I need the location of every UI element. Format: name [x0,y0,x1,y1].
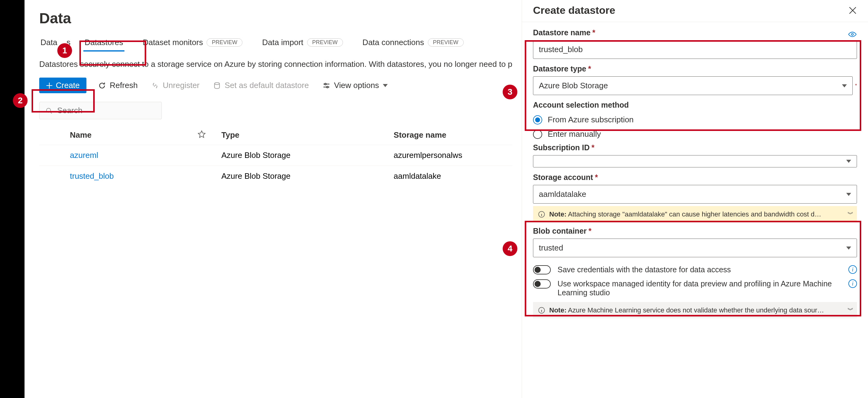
search-box[interactable] [39,102,162,119]
datastore-name-input[interactable] [533,40,857,59]
refresh-button[interactable]: Refresh [96,78,140,93]
main-content: Data Data s Datastores Dataset monitors … [25,0,527,398]
annotation-marker-2: 2 [13,93,28,108]
annotation-marker-4: 4 [503,241,517,256]
storage-value: aamldatalake [539,189,846,199]
tab-data-import[interactable]: Data import PREVIEW [261,35,344,51]
toggle-icon [533,279,551,288]
field-storage-account: Storage account* aamldatalake [533,173,857,204]
row-type: Azure Blob Storage [221,151,394,160]
unregister-button[interactable]: Unregister [149,78,202,93]
name-label: Datastore name [533,28,591,37]
radio-icon [533,115,542,124]
search-icon [46,107,52,114]
required-mark: * [592,28,595,37]
star-icon [198,130,206,138]
table-header: Name Type Storage name [39,125,513,145]
sliders-icon [322,82,331,90]
required-mark: * [592,143,595,152]
svg-point-4 [851,33,853,35]
radio-manual-label: Enter manually [548,129,601,139]
eye-icon[interactable] [848,31,857,38]
tab-datastores[interactable]: Datastores [83,35,124,51]
blob-container-select[interactable]: trusted [533,239,857,257]
subscription-select[interactable] [533,155,857,167]
create-label: Create [56,81,80,90]
info-icon[interactable]: i [848,265,857,274]
toggle-save-credentials[interactable]: Save credentials with the datastore for … [533,263,857,277]
datastore-type-select[interactable]: Azure Blob Storage [533,76,853,95]
panel-body: Datastore name* Datastore type* Azure Bl… [522,22,868,323]
col-name[interactable]: Name [70,130,198,140]
view-options-button[interactable]: View options [320,78,390,93]
panel-title: Create datastore [533,4,615,16]
chevron-down-icon [846,160,851,163]
toolbar: Create Refresh Unregister Set as default… [39,78,513,93]
close-icon[interactable] [848,6,857,15]
refresh-label: Refresh [110,81,137,90]
plus-icon [46,82,53,89]
expand-icon[interactable]: ︾ [847,210,852,218]
unlink-icon [151,82,159,90]
radio-enter-manually[interactable]: Enter manually [533,127,857,141]
field-subscription: Subscription ID* [533,143,857,167]
search-input[interactable] [57,106,155,115]
table-row[interactable]: trusted_blob Azure Blob Storage aamldata… [39,165,513,186]
row-type: Azure Blob Storage [221,172,394,181]
row-storage: aamldatalake [394,172,513,181]
tab-connections-label: Data connections [363,38,424,47]
create-datastore-panel: Create datastore Datastore name* Datasto… [522,0,868,398]
tab-monitors-label: Dataset monitors [143,38,203,47]
preview-badge: PREVIEW [207,38,242,47]
toggle-managed-identity[interactable]: Use workspace managed identity for data … [533,277,857,300]
annotation-marker-3: 3 [503,85,517,99]
unregister-label: Unregister [163,81,199,90]
info-icon [538,307,545,314]
page-description: Datastores securely connect to a storage… [39,60,513,69]
chevron-down-icon [846,247,851,250]
toggle-save-creds-label: Save credentials with the datastore for … [558,265,842,274]
col-fav[interactable] [198,130,222,140]
storage-label: Storage account [533,173,593,182]
radio-from-sub-label: From Azure subscription [548,115,633,124]
expand-icon[interactable]: ︾ [847,306,852,314]
tabs: Data s Datastores Dataset monitors PREVI… [39,35,513,51]
create-button[interactable]: Create [39,78,87,93]
svg-point-1 [324,83,326,85]
sub-label: Subscription ID [533,143,590,152]
page-title: Data [39,10,513,27]
note-prefix: Note: [549,306,566,314]
tab-dataset-monitors[interactable]: Dataset monitors PREVIEW [142,35,244,51]
info-icon [538,211,545,218]
set-default-label: Set as default datastore [225,81,309,90]
tab-import-label: Data import [262,38,303,47]
col-type-label: Type [221,130,239,140]
note-validation: Note: Azure Machine Learning service doe… [533,302,857,318]
field-datastore-name: Datastore name* [533,28,857,59]
info-icon[interactable]: i [848,279,857,288]
set-default-button[interactable]: Set as default datastore [211,78,311,93]
required-mark: * [855,83,857,89]
panel-header: Create datastore [522,0,868,22]
row-name-link[interactable]: trusted_blob [70,172,114,181]
col-type[interactable]: Type [221,130,394,140]
database-icon [213,82,221,90]
note-storage-text: Attaching storage "aamldatalake" can cau… [566,210,821,218]
note-validate-text: Azure Machine Learning service does not … [566,306,824,314]
blob-value: trusted [539,243,846,253]
row-name-link[interactable]: azureml [70,151,98,160]
toggle-identity-label: Use workspace managed identity for data … [558,279,842,297]
table-row[interactable]: azureml Azure Blob Storage azuremlperson… [39,145,513,165]
preview-badge: PREVIEW [307,38,343,47]
tab-data-connections[interactable]: Data connections PREVIEW [361,35,465,51]
type-label: Datastore type [533,64,586,73]
radio-from-subscription[interactable]: From Azure subscription [533,113,857,127]
col-storage[interactable]: Storage name [394,130,513,140]
storage-account-select[interactable]: aamldatalake [533,185,857,204]
annotation-marker-1: 1 [57,43,72,58]
svg-point-3 [46,108,51,112]
required-mark: * [588,64,591,73]
tab-data-label: Data [40,38,57,47]
blob-label: Blob container [533,226,587,236]
col-name-label: Name [70,130,92,140]
